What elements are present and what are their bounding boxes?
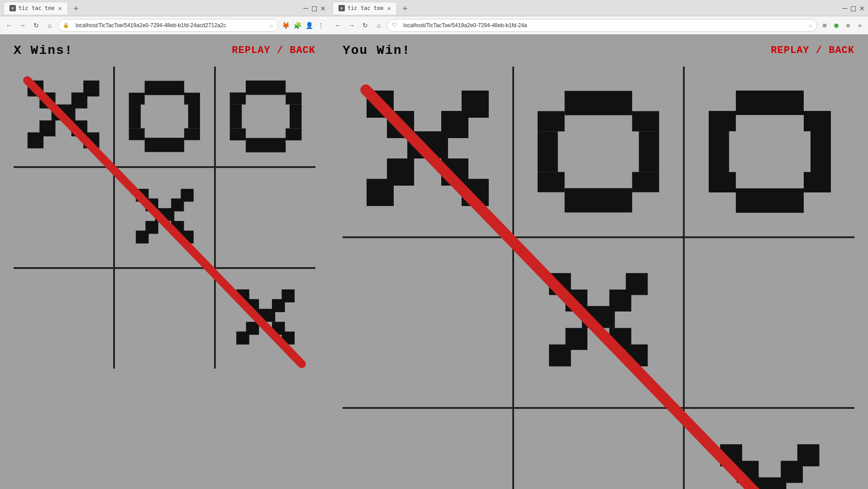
right-dots-icon[interactable]: ≡ <box>844 21 853 30</box>
svg-rect-82 <box>753 477 786 489</box>
left-browser-window: ⊞ tic tac toe ✕ + — □ ✕ ← → ↻ ⌂ 🔒 ☆ 🦊 <box>0 0 329 489</box>
left-cell-5[interactable] <box>215 167 315 268</box>
right-tab-close[interactable]: ✕ <box>387 5 391 12</box>
right-tab[interactable]: ⊞ tic tac toe ✕ <box>333 2 397 14</box>
svg-rect-55 <box>632 111 659 131</box>
left-star-icon[interactable]: ☆ <box>270 22 273 29</box>
right-cell-8[interactable] <box>684 408 854 489</box>
left-window-controls: — □ ✕ <box>303 3 325 13</box>
left-tab-title: tic tac toe <box>19 5 54 11</box>
right-cell-7[interactable] <box>513 408 684 489</box>
right-refresh-button[interactable]: ↻ <box>360 20 371 31</box>
right-cell-0[interactable] <box>343 67 513 237</box>
right-tab-favicon: ⊞ <box>339 5 345 11</box>
left-cell-0[interactable] <box>14 67 114 167</box>
left-home-button[interactable]: ⌂ <box>44 20 55 31</box>
right-address-input[interactable] <box>399 19 809 32</box>
svg-rect-14 <box>129 128 145 140</box>
left-cell-4-x <box>133 186 197 250</box>
left-new-tab-button[interactable]: + <box>70 2 82 14</box>
left-tab-close[interactable]: ✕ <box>58 5 62 12</box>
right-status-text: You Win! <box>343 43 410 58</box>
right-replay-back-button[interactable]: REPLAY / BACK <box>771 45 854 56</box>
svg-rect-29 <box>155 208 174 221</box>
svg-rect-67 <box>804 172 831 192</box>
right-title-bar: ⊞ tic tac toe ✕ + — □ ✕ <box>329 0 868 16</box>
svg-rect-11 <box>184 93 200 105</box>
left-minimize-button[interactable]: — <box>303 3 308 13</box>
svg-rect-33 <box>181 230 193 243</box>
right-maximize-button[interactable]: □ <box>851 3 856 13</box>
right-nav-icons: ⊞ ● ≡ » <box>820 21 864 30</box>
left-maximize-button[interactable]: □ <box>312 3 317 13</box>
svg-rect-19 <box>286 92 301 104</box>
right-grid-icon: ⊞ <box>820 21 829 30</box>
right-cell-5[interactable] <box>684 237 854 408</box>
svg-rect-53 <box>565 91 632 115</box>
right-cell-6[interactable] <box>343 408 513 489</box>
right-window-controls: — □ ✕ <box>842 3 864 13</box>
svg-rect-62 <box>709 111 736 131</box>
right-minimize-button[interactable]: — <box>842 3 847 13</box>
right-new-tab-button[interactable]: + <box>399 2 411 14</box>
svg-rect-21 <box>290 105 301 129</box>
svg-rect-68 <box>736 188 804 213</box>
left-cell-2[interactable] <box>215 67 315 167</box>
left-refresh-button[interactable]: ↻ <box>31 20 42 31</box>
left-forward-button[interactable]: → <box>17 20 28 31</box>
right-cell-1-o <box>531 84 666 220</box>
svg-rect-65 <box>811 131 831 172</box>
svg-rect-64 <box>709 131 729 172</box>
right-cell-1[interactable] <box>513 67 684 237</box>
svg-rect-4 <box>52 105 76 120</box>
right-browser-window: ⊞ tic tac toe ✕ + — □ ✕ ← → ↻ ⌂ 🛡 ☆ ⊞ <box>329 0 868 489</box>
svg-rect-9 <box>145 81 184 95</box>
left-replay-back-button[interactable]: REPLAY / BACK <box>232 45 315 56</box>
left-cell-8-x <box>233 286 298 351</box>
svg-rect-58 <box>538 172 565 192</box>
svg-rect-59 <box>632 172 659 192</box>
left-grid-container <box>14 67 315 369</box>
left-cell-0-x <box>24 77 103 156</box>
left-cell-7[interactable] <box>114 268 215 369</box>
right-cell-4[interactable] <box>513 237 684 408</box>
left-back-button[interactable]: ← <box>4 20 14 31</box>
right-grid-container <box>343 67 854 489</box>
browsers-container: ⊞ tic tac toe ✕ + — □ ✕ ← → ↻ ⌂ 🔒 ☆ 🦊 <box>0 0 868 489</box>
svg-rect-10 <box>129 93 145 105</box>
svg-rect-20 <box>230 105 242 129</box>
left-game-area: X Wins! REPLAY / BACK <box>0 34 329 489</box>
svg-rect-15 <box>184 128 200 140</box>
svg-rect-42 <box>282 331 295 345</box>
left-close-button[interactable]: ✕ <box>320 3 325 13</box>
left-grid <box>14 67 315 369</box>
left-cell-4[interactable] <box>114 167 215 268</box>
left-menu-icon[interactable]: ⋮ <box>316 21 325 30</box>
right-star-icon[interactable]: ☆ <box>809 22 812 29</box>
left-cell-6[interactable] <box>14 268 114 369</box>
left-cell-8[interactable] <box>215 268 315 369</box>
right-cell-4-x <box>544 268 653 377</box>
left-cell-1[interactable] <box>114 67 215 167</box>
left-game-header: X Wins! REPLAY / BACK <box>14 43 315 58</box>
left-title-bar: ⊞ tic tac toe ✕ + — □ ✕ <box>0 0 329 16</box>
svg-rect-32 <box>136 230 148 243</box>
left-cell-3[interactable] <box>14 167 114 268</box>
right-close-button[interactable]: ✕ <box>859 3 864 13</box>
svg-rect-22 <box>230 129 246 140</box>
left-address-input[interactable] <box>71 19 270 32</box>
right-cell-2[interactable] <box>684 67 854 237</box>
right-back-button[interactable]: ← <box>333 20 343 31</box>
svg-rect-24 <box>246 138 286 153</box>
right-extend-icon[interactable]: » <box>855 21 864 30</box>
svg-rect-7 <box>28 132 43 148</box>
right-forward-button[interactable]: → <box>346 20 357 31</box>
svg-rect-41 <box>236 331 249 345</box>
right-cell-3[interactable] <box>343 237 513 408</box>
right-home-button[interactable]: ⌂ <box>373 20 384 31</box>
svg-rect-12 <box>129 105 141 128</box>
svg-rect-57 <box>639 131 659 172</box>
left-tab[interactable]: ⊞ tic tac toe ✕ <box>4 2 68 14</box>
svg-rect-38 <box>256 309 275 322</box>
svg-rect-51 <box>367 179 394 206</box>
